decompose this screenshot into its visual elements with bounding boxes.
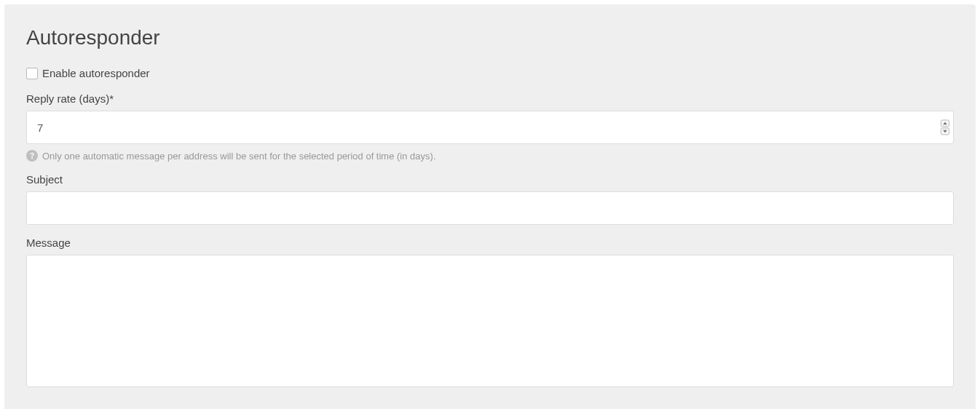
reply-rate-help-row: Only one automatic message per address w… bbox=[26, 150, 954, 162]
help-icon bbox=[26, 150, 38, 162]
chevron-down-icon bbox=[943, 130, 947, 133]
reply-rate-group: Reply rate (days)* Only one automatic me… bbox=[26, 92, 954, 162]
stepper-down-button[interactable] bbox=[941, 128, 949, 135]
subject-label: Subject bbox=[26, 173, 954, 186]
stepper-up-button[interactable] bbox=[941, 120, 949, 127]
enable-autoresponder-label: Enable autoresponder bbox=[42, 67, 150, 79]
autoresponder-panel: Autoresponder Enable autoresponder Reply… bbox=[4, 4, 976, 409]
chevron-up-icon bbox=[943, 122, 947, 125]
subject-input[interactable] bbox=[26, 191, 954, 225]
quantity-stepper bbox=[941, 120, 949, 135]
subject-group: Subject bbox=[26, 173, 954, 225]
message-textarea[interactable] bbox=[26, 255, 954, 387]
message-group: Message bbox=[26, 237, 954, 390]
reply-rate-help-text: Only one automatic message per address w… bbox=[42, 151, 436, 162]
message-label: Message bbox=[26, 237, 954, 249]
page-title: Autoresponder bbox=[26, 26, 954, 49]
enable-autoresponder-row: Enable autoresponder bbox=[26, 67, 954, 79]
enable-autoresponder-checkbox[interactable] bbox=[26, 68, 38, 79]
reply-rate-input-wrapper bbox=[26, 111, 954, 144]
reply-rate-label: Reply rate (days)* bbox=[26, 92, 954, 105]
reply-rate-input[interactable] bbox=[26, 111, 954, 144]
